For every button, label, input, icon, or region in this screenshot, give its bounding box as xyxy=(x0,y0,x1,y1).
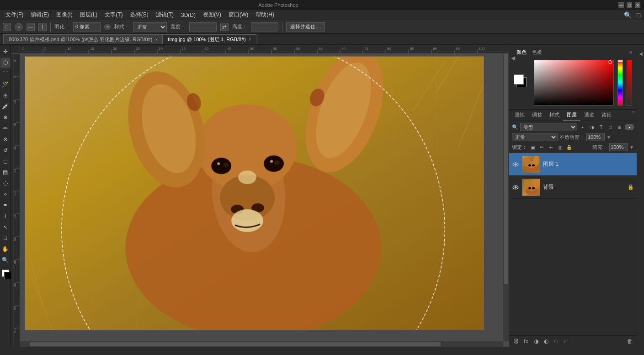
lock-all-btn[interactable]: 🔒 xyxy=(565,143,573,151)
props-tab-adjustments[interactable]: 调整 xyxy=(528,110,546,121)
tool-eyedropper[interactable]: 💉 xyxy=(0,101,11,111)
tool-zoom[interactable]: 🔍 xyxy=(0,255,11,265)
layer-new-btn[interactable]: □ xyxy=(562,337,570,345)
foreground-color-swatch[interactable] xyxy=(2,270,9,277)
select-mask-button[interactable]: 选择并遮住 ... xyxy=(286,22,325,32)
menu-image[interactable]: 图像(I) xyxy=(53,10,76,20)
opacity-input[interactable] xyxy=(586,133,605,141)
tool-marquee[interactable]: ⬡ xyxy=(0,58,11,68)
layer-1-visibility[interactable] xyxy=(512,161,519,168)
menu-layer[interactable]: 图层(L) xyxy=(76,10,101,20)
tool-gradient[interactable]: ▤ xyxy=(0,167,11,177)
minimize-button[interactable]: — xyxy=(618,2,624,8)
menu-filter[interactable]: 滤镜(T) xyxy=(152,10,177,20)
filter-text-icon[interactable]: T xyxy=(597,123,605,131)
tool-quick-select[interactable]: 🪄 xyxy=(0,79,11,90)
tab-first-close[interactable]: × xyxy=(155,37,158,42)
tab-first-file[interactable]: 800x320-软件模板.psd @ 100% (ps怎么 羽化图片边缘, RG… xyxy=(4,34,163,44)
fill-dropdown[interactable]: ▼ xyxy=(629,145,634,150)
tab-swatches[interactable]: 色板 xyxy=(532,49,542,56)
filter-pixel-icon[interactable]: ▪ xyxy=(579,123,586,131)
filter-shape-icon[interactable]: □ xyxy=(607,123,614,131)
menu-edit[interactable]: 编辑(E) xyxy=(27,10,53,20)
alpha-channel[interactable] xyxy=(627,60,632,106)
tool-healing[interactable]: ⊕ xyxy=(0,112,11,122)
lock-artboard-btn[interactable]: ▥ xyxy=(556,143,564,151)
tool-hand[interactable]: ✋ xyxy=(0,244,11,254)
tool-crop[interactable]: ⊞ xyxy=(0,90,11,101)
layer-group-btn[interactable]: □ xyxy=(552,337,560,345)
search-button[interactable]: 🔍 xyxy=(624,11,631,19)
props-tab-paths[interactable]: 路径 xyxy=(598,110,615,121)
fg-color-swatch[interactable] xyxy=(514,74,524,85)
blend-mode-select[interactable]: 正常 溶解 正片叠底 xyxy=(512,133,558,141)
close-button[interactable]: ✕ xyxy=(635,2,640,8)
layer-item-bg[interactable]: → xyxy=(509,176,637,199)
tool-rect-select[interactable]: □ xyxy=(3,23,11,31)
tool-shape[interactable]: □ xyxy=(0,233,11,243)
tool-oval-select[interactable]: ○ xyxy=(15,23,23,31)
props-tab-layers[interactable]: 图层 xyxy=(563,110,580,121)
tab-color[interactable]: 颜色 xyxy=(516,49,527,56)
tool-lasso[interactable]: ⌒ xyxy=(0,69,11,79)
layer-fx-btn[interactable]: fx xyxy=(522,337,530,345)
layer-item-1[interactable]: 图层 1 xyxy=(509,153,637,176)
lock-pixels-btn[interactable]: ✏ xyxy=(538,143,545,151)
filter-type-select[interactable]: 类型 xyxy=(520,123,577,131)
tool-single-row[interactable]: — xyxy=(27,23,35,31)
color-gradient-picker[interactable] xyxy=(534,60,614,106)
color-panel-menu[interactable]: ≡ xyxy=(629,50,632,55)
filter-adjust-icon[interactable]: ◑ xyxy=(588,123,596,131)
swap-dimensions-icon[interactable]: ⇄ xyxy=(220,23,229,31)
workspace-button[interactable]: □ xyxy=(635,11,642,19)
maximize-button[interactable]: □ xyxy=(627,2,632,8)
lock-position-btn[interactable]: ✛ xyxy=(547,143,554,151)
props-tab-styles[interactable]: 样式 xyxy=(546,110,563,121)
tool-text[interactable]: T xyxy=(0,211,11,221)
feather-input[interactable] xyxy=(73,22,101,32)
layer-adjustment-btn[interactable]: ◐ xyxy=(542,337,550,345)
tool-single-col[interactable]: | xyxy=(38,23,47,31)
style-select[interactable]: 正常 固定比例 固定大小 xyxy=(133,22,167,32)
right-panel-toggle[interactable]: ◀ xyxy=(638,47,643,60)
tool-pen[interactable]: ✒ xyxy=(0,200,11,210)
width-input[interactable] xyxy=(189,22,217,32)
filter-toggle[interactable]: ● xyxy=(625,124,634,130)
opacity-dropdown[interactable]: ▼ xyxy=(607,135,611,140)
tab-second-file[interactable]: timg.jpg @ 100% (图层 1, RGB/8#) × xyxy=(163,34,256,44)
horizontal-scrollbar[interactable] xyxy=(20,341,503,347)
tool-brush[interactable]: ✏ xyxy=(0,123,11,133)
tool-blur[interactable]: ◌ xyxy=(0,178,11,188)
tool-move[interactable]: ✛ xyxy=(0,47,11,57)
height-input[interactable] xyxy=(251,22,278,32)
menu-window[interactable]: 窗口(W) xyxy=(225,10,252,20)
hue-spectrum[interactable] xyxy=(617,60,623,106)
layer-bg-visibility[interactable] xyxy=(512,184,519,191)
fill-input[interactable] xyxy=(609,143,628,151)
tool-dodge[interactable]: ○ xyxy=(0,189,11,199)
layer-mask-btn[interactable]: ◑ xyxy=(532,337,540,345)
vertical-scrollbar[interactable] xyxy=(503,54,509,341)
layer-link-btn[interactable]: ⛓ xyxy=(512,337,520,345)
lock-transparent-btn[interactable]: ▣ xyxy=(529,143,536,151)
tab-second-close[interactable]: × xyxy=(249,37,251,42)
tool-eraser[interactable]: ◻ xyxy=(0,156,11,166)
layers-panel-menu[interactable]: ≡ xyxy=(632,110,635,121)
menu-view[interactable]: 视图(V) xyxy=(199,10,225,20)
menu-help[interactable]: 帮助(H) xyxy=(252,10,278,20)
anti-alias-icon[interactable]: ∿ xyxy=(104,24,111,30)
filter-smartobj-icon[interactable]: ⊞ xyxy=(616,123,623,131)
title-bar: Adobe Photoshop — □ ✕ xyxy=(0,0,644,10)
menu-select[interactable]: 选择(S) xyxy=(127,10,152,20)
props-tab-channels[interactable]: 通道 xyxy=(580,110,598,121)
tool-path-select[interactable]: ↖ xyxy=(0,222,11,232)
menu-3d[interactable]: 3D(D) xyxy=(177,11,199,19)
tool-history-brush[interactable]: ↺ xyxy=(0,145,11,155)
layer-delete-btn[interactable]: 🗑 xyxy=(626,337,634,345)
menu-file[interactable]: 文件(F) xyxy=(2,10,27,20)
panel-collapse-arrow[interactable]: ◀ xyxy=(511,55,515,61)
props-tab-attributes[interactable]: 属性 xyxy=(511,110,528,121)
tool-stamp[interactable]: ⊗ xyxy=(0,134,11,144)
window-controls[interactable]: — □ ✕ xyxy=(618,2,640,8)
menu-text[interactable]: 文字(T) xyxy=(101,10,126,20)
